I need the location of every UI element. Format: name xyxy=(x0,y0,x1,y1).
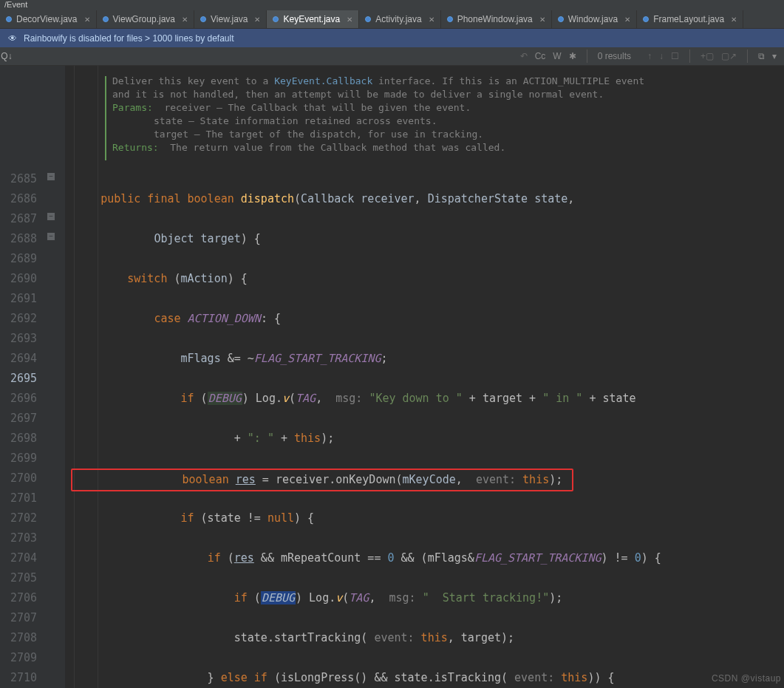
line-number[interactable]: 2697 xyxy=(0,409,37,429)
file-icon xyxy=(273,16,279,22)
fold-gutter[interactable]: − − − xyxy=(43,66,65,688)
funnel-icon[interactable]: ▾ xyxy=(772,51,777,61)
file-icon xyxy=(558,16,564,22)
tab-activity[interactable]: Activity.java✕ xyxy=(359,10,440,28)
tab-viewgroup[interactable]: ViewGroup.java✕ xyxy=(97,10,195,28)
close-icon[interactable]: ✕ xyxy=(84,16,90,24)
line-number[interactable]: 2685 xyxy=(0,169,37,189)
line-number[interactable]: 2687 xyxy=(0,209,37,229)
undo-icon[interactable]: ↶ xyxy=(520,51,528,61)
file-icon xyxy=(103,16,109,22)
line-number[interactable]: 2708 xyxy=(0,628,37,648)
open-in-window-icon[interactable]: ▢↗ xyxy=(721,51,737,61)
line-number[interactable]: 2699 xyxy=(0,449,37,469)
line-number[interactable]: 2696 xyxy=(0,389,37,409)
line-number[interactable]: 2709 xyxy=(0,648,37,668)
docblock-indicator xyxy=(105,76,106,160)
tab-framelayout[interactable]: FrameLayout.java✕ xyxy=(637,10,743,28)
title-bar: /Event xyxy=(0,0,784,10)
line-number[interactable]: 2704 xyxy=(0,548,37,568)
regex-button[interactable]: ✱ xyxy=(569,51,576,61)
file-icon xyxy=(365,16,371,22)
fold-marker[interactable]: − xyxy=(47,233,55,240)
line-number[interactable]: 2700 xyxy=(0,469,37,488)
prev-match-button[interactable]: ↑ xyxy=(647,51,652,61)
line-number[interactable]: 2688 xyxy=(0,229,37,249)
line-number[interactable]: 2701 xyxy=(0,488,37,508)
line-number[interactable]: 2698 xyxy=(0,429,37,449)
results-count: 0 results xyxy=(598,51,631,61)
tab-view[interactable]: View.java✕ xyxy=(194,10,267,28)
line-number[interactable]: 2703 xyxy=(0,528,37,548)
file-icon xyxy=(447,16,453,22)
info-text: Rainbowify is disabled for files > 1000 … xyxy=(24,33,234,44)
add-selection-icon[interactable]: +▢ xyxy=(701,51,714,61)
code-body[interactable]: public final boolean dispatch(Callback r… xyxy=(74,169,784,688)
line-number[interactable]: 2686 xyxy=(0,189,37,209)
close-icon[interactable]: ✕ xyxy=(539,16,545,24)
line-number[interactable]: 2693 xyxy=(0,329,37,349)
match-case-button[interactable]: Cc xyxy=(535,51,546,61)
file-icon xyxy=(6,16,12,22)
next-match-button[interactable]: ↓ xyxy=(659,51,664,61)
filter-icon[interactable]: ⧉ xyxy=(758,51,765,61)
line-number[interactable]: 2689 xyxy=(0,249,37,269)
line-number[interactable]: 2692 xyxy=(0,309,37,329)
watermark: CSDN @vistaup xyxy=(712,673,781,684)
code-editor[interactable]: 2685268626872688268926902691269226932694… xyxy=(0,66,784,688)
line-number[interactable]: 2705 xyxy=(0,568,37,588)
search-icon: Q↓ xyxy=(0,51,13,61)
file-icon xyxy=(643,16,649,22)
line-number[interactable]: 2694 xyxy=(0,349,37,369)
line-number[interactable]: 2690 xyxy=(0,269,37,289)
line-number[interactable]: 2706 xyxy=(0,588,37,608)
line-number[interactable]: 2695 xyxy=(0,369,37,389)
line-number[interactable]: 2691 xyxy=(0,289,37,309)
file-icon xyxy=(200,16,206,22)
line-number[interactable]: 2710 xyxy=(0,668,37,688)
select-all-button[interactable]: ☐ xyxy=(671,51,679,61)
tab-phonewindow[interactable]: PhoneWindow.java✕ xyxy=(441,10,552,28)
close-icon[interactable]: ✕ xyxy=(429,16,434,24)
find-bar: Q↓ ↶ Cc W ✱ 0 results ↑ ↓ ☐ +▢ ▢↗ ⧉ ▾ xyxy=(0,47,784,66)
tab-window[interactable]: Window.java✕ xyxy=(552,10,637,28)
eye-icon: 👁 xyxy=(7,33,18,44)
tab-strip: DecorView.java✕ ViewGroup.java✕ View.jav… xyxy=(0,10,784,29)
close-icon[interactable]: ✕ xyxy=(624,16,630,24)
search-input[interactable] xyxy=(13,51,513,61)
javadoc: Deliver this key event to a KeyEvent.Cal… xyxy=(112,75,644,154)
line-number[interactable]: 2707 xyxy=(0,608,37,628)
fold-marker[interactable]: − xyxy=(47,173,55,180)
line-number-gutter[interactable]: 2685268626872688268926902691269226932694… xyxy=(0,66,43,688)
close-icon[interactable]: ✕ xyxy=(731,16,737,24)
close-icon[interactable]: ✕ xyxy=(182,16,188,24)
fold-marker[interactable]: − xyxy=(47,213,55,220)
close-icon[interactable]: ✕ xyxy=(254,16,260,24)
tab-keyevent[interactable]: KeyEvent.java✕ xyxy=(267,10,359,28)
tab-decorview[interactable]: DecorView.java✕ xyxy=(0,10,97,28)
line-number[interactable]: 2702 xyxy=(0,508,37,528)
inspection-info-bar[interactable]: 👁 Rainbowify is disabled for files > 100… xyxy=(0,29,784,47)
close-icon[interactable]: ✕ xyxy=(347,16,352,24)
whole-word-button[interactable]: W xyxy=(553,51,561,61)
